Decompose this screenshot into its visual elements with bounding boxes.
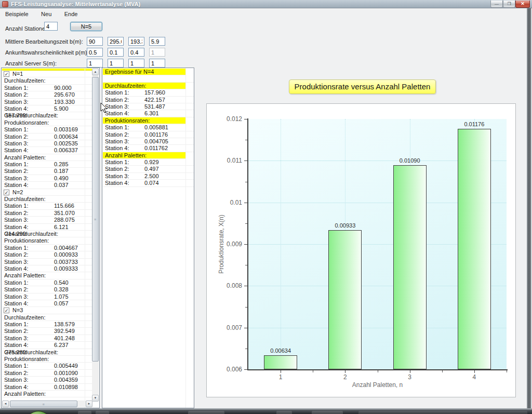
result-row — [103, 75, 194, 82]
checkbox[interactable]: ✓ — [4, 71, 9, 77]
result-row: Station 2:0.497 — [103, 166, 194, 172]
anzahl-stationen-input[interactable] — [44, 22, 58, 31]
result-row: Station 3:0.004705 — [103, 138, 194, 145]
minimize-button[interactable]: — — [490, 1, 503, 8]
results-list-n123[interactable]: ✓N=1Durchlaufzeiten:Station 1:90.000Stat… — [1, 68, 100, 408]
maximize-button[interactable]: ❐ — [503, 1, 515, 8]
y-tick-label: 0.008 — [217, 282, 242, 289]
param-input[interactable] — [149, 59, 165, 68]
row-label: Station 1: — [4, 321, 28, 328]
taskbar-item[interactable] — [78, 411, 91, 414]
row-value: 115.666 — [54, 203, 74, 209]
param-input[interactable] — [108, 48, 124, 57]
x-minor-tick — [442, 370, 443, 372]
result-row: Station 2:0.187 — [2, 168, 92, 175]
result-row: Station 1:0.005449 — [2, 363, 92, 369]
result-row: Produktionsraten: — [2, 356, 92, 363]
x-tick — [345, 370, 345, 373]
anzahl-stationen-label: Anzahl Stationen: — [5, 25, 50, 32]
row-label: Station 2: — [4, 91, 28, 98]
row-label: Station 3: — [105, 173, 129, 180]
row-label: Station 4: — [4, 300, 28, 307]
vertical-scrollbar[interactable]: ▲ ≡ ▼ — [92, 69, 99, 402]
param-input[interactable] — [108, 59, 124, 68]
result-row: Durchlaufzeiten: — [2, 77, 92, 84]
param-input[interactable] — [108, 37, 124, 46]
window-title: FFS-Leistungsanalyse: Mittelwertanalyse … — [11, 1, 140, 7]
param-input[interactable] — [87, 48, 103, 57]
y-tick — [244, 119, 247, 119]
horizontal-scrollbar[interactable]: ◄ ≡ ► — [2, 400, 92, 407]
bar-value-label: 0.00634 — [260, 348, 301, 354]
column-separator — [185, 68, 186, 408]
title-bar[interactable]: FFS-Leistungsanalyse: Mittelwertanalyse … — [0, 0, 532, 8]
menu-item-ende[interactable]: Ende — [59, 10, 83, 18]
param-input[interactable] — [87, 59, 103, 68]
result-row: Station 3:193.330 — [2, 99, 92, 105]
row-value: 0.001090 — [54, 370, 78, 377]
result-group-row[interactable]: ✓N=1 — [2, 71, 92, 77]
result-row: Station 3:401.248 — [2, 335, 92, 342]
chart-title: Produktionsrate versus Anzahl Paletten — [289, 79, 436, 94]
row-label: Station 2: — [4, 286, 28, 293]
menu-item-neu[interactable]: Neu — [36, 10, 57, 18]
row-label: Anzahl Paletten: — [105, 152, 147, 159]
param-input[interactable] — [87, 37, 103, 46]
row-label: N=2 — [12, 189, 23, 196]
taskbar-item[interactable] — [312, 411, 343, 414]
scrollbar-thumb[interactable]: ≡ — [92, 77, 99, 362]
taskbar-item[interactable] — [188, 411, 224, 414]
taskbar-item[interactable] — [96, 411, 109, 414]
result-row: Station 3:2.500 — [103, 173, 194, 180]
row-label: Station 3: — [4, 335, 28, 342]
row-label: Durchlaufzeiten: — [4, 196, 46, 203]
checkbox[interactable]: ✓ — [4, 190, 9, 195]
row-label: Durchlaufzeiten: — [4, 314, 46, 321]
y-tick-label: 0.012 — [217, 115, 242, 123]
result-row: Station 1:0.003169 — [2, 126, 92, 133]
scrollbar-thumb-h[interactable]: ≡ — [10, 400, 77, 407]
param-input[interactable] — [128, 37, 144, 46]
row-label: Station 3: — [4, 217, 28, 223]
close-button[interactable]: ✕ — [515, 1, 530, 8]
row-value: 0.000933 — [54, 251, 78, 258]
row-label: Gesamtdurchlaufzeit: — [4, 231, 58, 237]
param-input[interactable] — [128, 48, 144, 57]
results-panel-n4[interactable]: Ergebnisse für N=4Durchlaufzeiten:Statio… — [102, 68, 194, 408]
y-minor-tick — [245, 140, 247, 140]
result-row: Station 3:0.490 — [2, 175, 92, 182]
n5-button[interactable]: N=5 — [70, 22, 102, 31]
result-row: Station 4:0.011762 — [103, 145, 194, 152]
scroll-left-icon[interactable]: ◄ — [2, 400, 9, 407]
row-value: 0.497 — [144, 166, 159, 172]
result-group-row[interactable]: ✓N=3 — [2, 307, 92, 314]
scroll-down-icon[interactable]: ▼ — [92, 395, 99, 402]
result-row: Station 4:0.074 — [103, 180, 194, 186]
scroll-up-icon[interactable]: ▲ — [92, 69, 99, 75]
row-value: 392.549 — [54, 328, 75, 335]
taskbar[interactable] — [0, 410, 532, 414]
x-minor-tick — [378, 370, 378, 372]
param-input[interactable] — [149, 37, 165, 46]
checkbox[interactable]: ✓ — [4, 308, 9, 313]
y-tick-label: 0.01 — [217, 199, 242, 206]
menu-item-beispiele[interactable]: Beispiele — [0, 10, 34, 18]
row-label: Station 1: — [105, 124, 129, 131]
taskbar-item[interactable] — [358, 411, 527, 414]
row-label: Station 2: — [4, 133, 28, 140]
row-value: 0.009333 — [54, 265, 78, 272]
result-group-row[interactable]: ✓N=2 — [2, 189, 92, 196]
result-row: Station 4:5.900 — [2, 105, 92, 112]
result-row: Station 3:288.075 — [2, 217, 92, 223]
scroll-right-icon[interactable]: ► — [86, 400, 92, 407]
result-row: Station 1:0.004667 — [2, 245, 92, 251]
row-value: 531.487 — [144, 103, 165, 110]
result-row: Station 1:0.285 — [2, 161, 92, 168]
param-input[interactable] — [128, 59, 144, 68]
taskbar-item[interactable] — [276, 411, 292, 414]
row-label: Station 4: — [4, 224, 28, 231]
result-row: Station 1:0.929 — [103, 159, 194, 166]
start-button-icon[interactable] — [25, 411, 52, 414]
section-header-row: Ergebnisse für N=4 — [103, 69, 186, 75]
row-label: Station 2: — [4, 210, 28, 217]
